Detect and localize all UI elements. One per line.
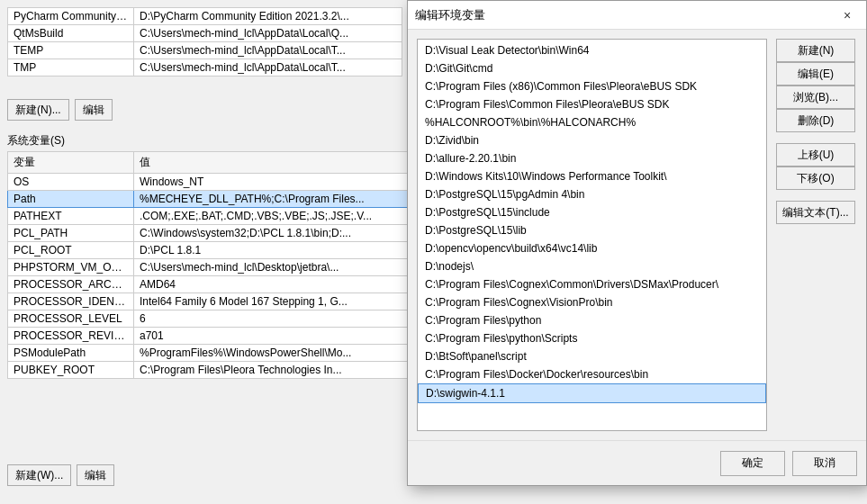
dialog-body: D:\Visual Leak Detector\bin\Win64D:\Git\… — [408, 30, 866, 440]
browse-btn[interactable]: 浏览(B)... — [776, 86, 855, 109]
table-row[interactable]: PROCESSOR_IDENTIFIERIntel64 Family 6 Mod… — [8, 293, 408, 310]
list-item[interactable]: D:\swigwin-4.1.1 — [418, 383, 766, 403]
table-row[interactable]: QtMsBuildC:\Users\mech-mind_lcl\AppData\… — [8, 25, 402, 42]
move-down-btn[interactable]: 下移(O) — [776, 166, 855, 190]
table-row[interactable]: PUBKEY_ROOTC:\Program Files\Pleora Techn… — [8, 362, 408, 379]
list-item[interactable]: D:\Visual Leak Detector\bin\Win64 — [418, 41, 766, 59]
list-item[interactable]: D:\nodejs\ — [418, 257, 766, 275]
table-row[interactable]: PROCESSOR_LEVEL6 — [8, 310, 408, 328]
table-row[interactable]: TMPC:\Users\mech-mind_lcl\AppData\Local\… — [8, 59, 402, 76]
edit-btn[interactable]: 编辑(E) — [776, 62, 855, 86]
table-row[interactable]: OSWindows_NT — [8, 174, 408, 191]
path-list-container: D:\Visual Leak Detector\bin\Win64D:\Git\… — [417, 39, 767, 431]
dialog-title: 编辑环境变量 — [415, 7, 485, 23]
edit-user-var-btn[interactable]: 编辑 — [75, 99, 113, 121]
new-user-var-btn[interactable]: 新建(N)... — [7, 99, 69, 121]
path-list: D:\Visual Leak Detector\bin\Win64D:\Git\… — [418, 40, 766, 405]
dialog-footer: 确定 取消 — [408, 440, 866, 485]
new-btn[interactable]: 新建(N) — [776, 39, 855, 62]
table-row[interactable]: PyCharm Community Editi...D:\PyCharm Com… — [8, 8, 402, 25]
list-item[interactable]: C:\Program Files\Cognex\Common\Drivers\D… — [418, 275, 766, 293]
table-row[interactable]: Path%MECHEYE_DLL_PATH%;C:\Program Files.… — [8, 191, 408, 208]
list-item[interactable]: C:\Program Files\python — [418, 311, 766, 329]
table-row[interactable]: PSModulePath%ProgramFiles%\WindowsPowerS… — [8, 345, 408, 362]
new-sys-var-btn[interactable]: 新建(W)... — [7, 464, 71, 486]
dialog-sidebar: 新建(N)编辑(E)浏览(B)...删除(D)上移(U)下移(O)编辑文本(T)… — [776, 39, 857, 431]
delete-btn[interactable]: 删除(D) — [776, 109, 855, 132]
ok-button[interactable]: 确定 — [720, 451, 785, 476]
table-row[interactable]: PCL_PATHC:\Windows\system32;D:\PCL 1.8.1… — [8, 225, 408, 242]
table-row[interactable]: PCL_ROOTD:\PCL 1.8.1 — [8, 242, 408, 259]
list-item[interactable]: %HALCONROOT%\bin\%HALCONARCH% — [418, 113, 766, 131]
dialog-close-button[interactable]: × — [835, 4, 859, 27]
table-row[interactable]: TEMPC:\Users\mech-mind_lcl\AppData\Local… — [8, 42, 402, 59]
list-item[interactable]: D:\opencv\opencv\build\x64\vc14\lib — [418, 239, 766, 257]
table-row[interactable]: PROCESSOR_REVISIONa701 — [8, 328, 408, 345]
edit-text-btn[interactable]: 编辑文本(T)... — [776, 201, 855, 224]
user-var-table: PyCharm Community Editi...D:\PyCharm Com… — [7, 7, 402, 76]
move-up-btn[interactable]: 上移(U) — [776, 143, 855, 166]
list-item[interactable]: D:\PostgreSQL\15\pgAdmin 4\bin — [418, 185, 766, 203]
dialog-titlebar: 编辑环境变量 × — [408, 1, 866, 30]
list-item[interactable]: D:\Windows Kits\10\Windows Performance T… — [418, 167, 766, 185]
list-item[interactable]: D:\BtSoft\panel\script — [418, 347, 766, 365]
cancel-button[interactable]: 取消 — [792, 451, 857, 476]
sys-var-table: 变量 值 OSWindows_NTPath%MECHEYE_DLL_PATH%;… — [7, 151, 408, 379]
table-row[interactable]: PHPSTORM_VM_OPTIONSC:\Users\mech-mind_lc… — [8, 259, 408, 276]
list-item[interactable]: D:\Git\Git\cmd — [418, 59, 766, 77]
sys-var-section-label: 系统变量(S) — [7, 133, 65, 148]
background-window: PyCharm Community Editi...D:\PyCharm Com… — [0, 0, 450, 504]
list-item[interactable]: D:\Zivid\bin — [418, 131, 766, 149]
list-item[interactable]: D:\PostgreSQL\15\lib — [418, 221, 766, 239]
list-item[interactable]: D:\PostgreSQL\15\include — [418, 203, 766, 221]
table-row[interactable]: PROCESSOR_ARCHITECT...AMD64 — [8, 276, 408, 293]
list-item[interactable]: C:\Program Files (x86)\Common Files\Pleo… — [418, 77, 766, 95]
sys-val-col-header: 值 — [134, 152, 408, 174]
list-item[interactable]: C:\Program Files\Common Files\Pleora\eBU… — [418, 95, 766, 113]
sys-var-col-header: 变量 — [8, 152, 134, 174]
edit-env-var-dialog: 编辑环境变量 × D:\Visual Leak Detector\bin\Win… — [407, 0, 867, 486]
list-item[interactable]: C:\Program Files\Cognex\VisionPro\bin — [418, 293, 766, 311]
edit-sys-var-btn[interactable]: 编辑 — [77, 464, 114, 486]
table-row[interactable]: PATHEXT.COM;.EXE;.BAT;.CMD;.VBS;.VBE;.JS… — [8, 208, 408, 225]
list-item[interactable]: D:\allure-2.20.1\bin — [418, 149, 766, 167]
list-item[interactable]: C:\Program Files\python\Scripts — [418, 329, 766, 347]
list-item[interactable]: C:\Program Files\Docker\Docker\resources… — [418, 365, 766, 383]
